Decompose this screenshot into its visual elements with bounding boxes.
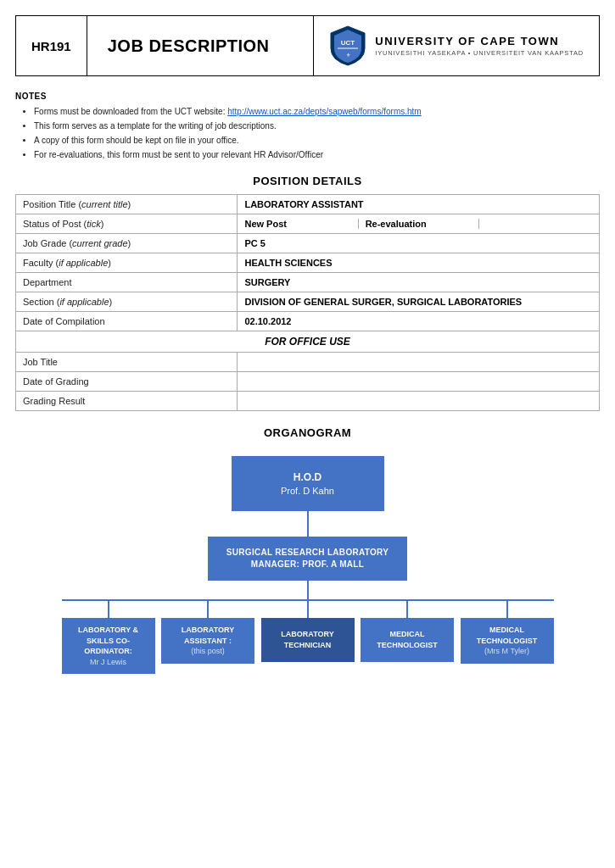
child-lab-assistant: LABORATORYASSISTANT : (this post) [161,601,254,674]
table-row: Department SURGERY [16,273,600,292]
university-logo: UCT ⚜ UNIVERSITY OF CAPE TOWN IYUNIVESIT… [314,16,599,75]
grading-result-value [238,392,600,411]
status-post-label: Status of Post (tick) [16,214,238,234]
connector-child3 [307,601,309,618]
grading-result-label: Grading Result [16,392,238,411]
document-code: HR191 [16,16,87,75]
connector-child2 [207,601,209,618]
organogram-title: ORGANOGRAM [15,426,600,439]
table-row: Job Grade (current grade) PC 5 [16,234,600,253]
university-name: UNIVERSITY OF CAPE TOWN IYUNIVESITHI YAS… [375,35,584,58]
table-row: Status of Post (tick) New Post Re-evalua… [16,214,600,234]
child1-sub: Mr J Lewis [78,657,138,668]
child2-sub: (this post) [182,646,234,657]
uct-shield-icon: UCT ⚜ [329,25,366,67]
status-re-evaluation: Re-evaluation [358,219,478,229]
org-child-box-medical-tech1: MEDICALTECHNOLOGIST [361,618,454,662]
position-title-value: LABORATORY ASSISTANT [238,195,600,214]
child5-label: MEDICALTECHNOLOGIST [477,625,538,646]
hod-name: Prof. D Kahn [266,486,350,496]
job-title-label: Job Title [16,353,238,372]
document-header: HR191 JOB DESCRIPTION UCT ⚜ UNIVERSITY O… [15,15,600,76]
table-row: Faculty (if applicable) HEALTH SCIENCES [16,253,600,273]
grading-date-label: Date of Grading [16,372,238,392]
h-connector-wrapper: LABORATORY &SKILLS CO-ORDINATOR: Mr J Le… [32,599,584,674]
job-grade-label: Job Grade (current grade) [16,234,238,253]
office-use-header: FOR OFFICE USE [16,331,600,353]
org-child-box-medical-tech2: MEDICALTECHNOLOGIST (Mrs M Tyler) [461,618,554,664]
organogram-section: ORGANOGRAM H.O.D Prof. D Kahn SURGICAL R… [15,426,600,682]
position-details-table: Position Title (current title) LABORATOR… [15,194,600,411]
table-row: Grading Result [16,392,600,411]
notes-section: NOTES Forms must be downloaded from the … [15,92,600,161]
note-item: A copy of this form should be kept on fi… [34,135,600,147]
department-label: Department [16,273,238,292]
document-title: JOB DESCRIPTION [87,16,315,75]
children-row: LABORATORY &SKILLS CO-ORDINATOR: Mr J Le… [62,601,554,674]
status-post-value: New Post Re-evaluation [238,214,600,234]
org-child-box-lab-assistant: LABORATORYASSISTANT : (this post) [161,618,254,664]
section-value: DIVISION OF GENERAL SURGER, SURGICAL LAB… [238,292,600,312]
connector-hod-manager [307,511,309,537]
table-row: FOR OFFICE USE [16,331,600,353]
table-row: Date of Compilation 02.10.2012 [16,312,600,331]
manager-title: SURGICAL RESEARCH LABORATORY [226,547,389,559]
svg-text:⚜: ⚜ [346,53,350,58]
child-lab-technician: LABORATORYTECHNICIAN [261,601,355,674]
org-hod-box: H.O.D Prof. D Kahn [232,456,384,511]
uct-link[interactable]: http://www.uct.ac.za/depts/sapweb/forms/… [227,107,421,116]
table-row: Job Title [16,353,600,372]
job-grade-value: PC 5 [238,234,600,253]
job-title-value [238,353,600,372]
compilation-date-label: Date of Compilation [16,312,238,331]
manager-subtitle: MANAGER: PROF. A MALL [226,559,389,570]
org-manager-wrapper: SURGICAL RESEARCH LABORATORY MANAGER: PR… [208,537,407,581]
position-details-title: POSITION DETAILS [15,175,600,187]
faculty-label: Faculty (if applicable) [16,253,238,273]
child-medical-tech2: MEDICALTECHNOLOGIST (Mrs M Tyler) [461,601,554,674]
org-manager-box: SURGICAL RESEARCH LABORATORY MANAGER: PR… [208,537,407,581]
org-child-box-lab-skills: LABORATORY &SKILLS CO-ORDINATOR: Mr J Le… [62,618,155,674]
compilation-date-value: 02.10.2012 [238,312,600,331]
grading-date-value [238,372,600,392]
child4-label: MEDICALTECHNOLOGIST [377,629,438,650]
child1-label: LABORATORY &SKILLS CO-ORDINATOR: [78,625,138,657]
faculty-value: HEALTH SCIENCES [238,253,600,273]
table-row: Section (if applicable) DIVISION OF GENE… [16,292,600,312]
connector-manager-children [307,581,309,599]
section-label: Section (if applicable) [16,292,238,312]
position-title-label: Position Title (current title) [16,195,238,214]
child3-label: LABORATORYTECHNICIAN [281,629,333,650]
connector-child1 [108,601,109,618]
child-medical-tech1: MEDICALTECHNOLOGIST [361,601,454,674]
org-child-box-lab-technician: LABORATORYTECHNICIAN [261,618,355,662]
notes-list: Forms must be downloaded from the UCT we… [15,106,600,161]
department-value: SURGERY [238,273,600,292]
status-new-post: New Post [244,219,357,229]
child-lab-skills: LABORATORY &SKILLS CO-ORDINATOR: Mr J Le… [62,601,155,674]
hod-title: H.O.D [266,471,350,483]
note-item: Forms must be downloaded from the UCT we… [34,106,600,118]
notes-title: NOTES [15,92,600,101]
status-blank [478,219,592,229]
child2-label: LABORATORYASSISTANT : [182,625,234,646]
org-chart: H.O.D Prof. D Kahn SURGICAL RESEARCH LAB… [15,456,600,682]
connector-child4 [406,601,408,618]
note-item: This form serves as a template for the w… [34,120,600,132]
connector-child5 [506,601,508,618]
child5-sub: (Mrs M Tyler) [477,646,538,657]
note-item: For re-evaluations, this form must be se… [34,149,600,161]
table-row: Position Title (current title) LABORATOR… [16,195,600,214]
table-row: Date of Grading [16,372,600,392]
svg-text:UCT: UCT [341,39,355,47]
